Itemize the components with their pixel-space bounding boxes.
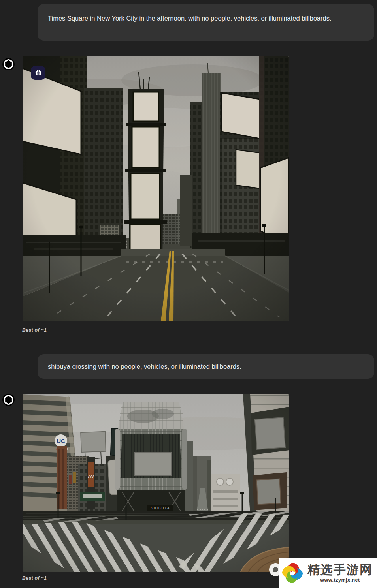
user-message-1: Times Square in New York City in the aft…: [38, 4, 374, 41]
generated-image-shibuya[interactable]: UC: [23, 394, 289, 572]
assistant-avatar: [2, 58, 15, 70]
watermark-url: www.tzymjx.net: [320, 577, 360, 583]
assistant-avatar: [2, 394, 15, 406]
site-watermark: 精选手游网 www.tzymjx.net: [279, 558, 377, 588]
watermark-text-block: 精选手游网 www.tzymjx.net: [305, 563, 375, 583]
times-square-photo: DROP: [23, 56, 289, 321]
openai-logo-icon: [2, 394, 15, 406]
image-caption: Best of ~1: [22, 575, 47, 581]
user-message-2: shibuya crossing with no people, vehicle…: [38, 354, 374, 379]
chat-page: Times Square in New York City in the aft…: [0, 0, 377, 588]
shibuya-photo: UC: [23, 394, 289, 572]
image-action-icon: [273, 567, 278, 572]
generated-image-times-square[interactable]: DROP: [23, 56, 289, 321]
watermark-url-row: www.tzymjx.net: [307, 577, 372, 583]
watermark-title: 精选手游网: [307, 563, 373, 577]
model-badge: [31, 66, 45, 80]
watermark-logo-icon: [281, 561, 304, 585]
brain-icon: [34, 69, 43, 77]
openai-logo-icon: [2, 58, 15, 70]
dash-divider: [307, 580, 318, 581]
image-caption: Best of ~1: [22, 327, 47, 333]
dash-divider: [362, 580, 373, 581]
user-message-2-text: shibuya crossing with no people, vehicle…: [48, 363, 241, 370]
user-message-1-text: Times Square in New York City in the aft…: [48, 15, 332, 22]
